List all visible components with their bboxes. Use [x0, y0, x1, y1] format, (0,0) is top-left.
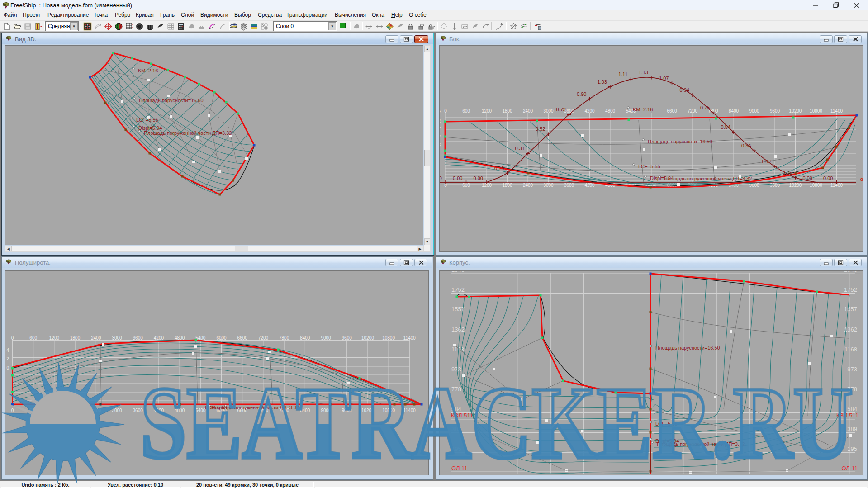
svg-text:0.31: 0.31 [515, 146, 525, 151]
svg-text:7200: 7200 [688, 109, 698, 114]
svg-text:1800: 1800 [502, 183, 512, 188]
svg-text:3000: 3000 [112, 336, 122, 341]
svg-text:1.13: 1.13 [639, 70, 648, 75]
svg-text:4200: 4200 [584, 183, 595, 188]
svg-text:Площадь погруженной части ДП=3: Площадь погруженной части ДП=3.32 [664, 176, 752, 181]
svg-text:0.00: 0.00 [803, 175, 812, 181]
svg-text:2400: 2400 [523, 109, 533, 114]
svg-text:0.17: 0.17 [762, 159, 772, 164]
svg-text:1800: 1800 [70, 336, 81, 341]
svg-text:0.05: 0.05 [783, 170, 792, 175]
svg-text:0.00: 0.00 [474, 175, 483, 181]
svg-text:1752: 1752 [844, 286, 857, 293]
svg-text:4200: 4200 [584, 109, 595, 114]
svg-text:11400: 11400 [830, 109, 843, 114]
svg-text:10200: 10200 [789, 183, 802, 188]
svg-text:3600: 3600 [133, 336, 143, 341]
svg-text:KM=2.16: KM=2.16 [138, 68, 158, 73]
svg-text:ОЛ 11: ОЛ 11 [451, 465, 468, 472]
svg-text:600: 600 [29, 336, 37, 341]
svg-text:778: 778 [847, 386, 857, 393]
svg-text:389: 389 [847, 426, 857, 432]
svg-text:10800: 10800 [382, 408, 395, 413]
svg-text:1362: 1362 [451, 326, 465, 333]
svg-text:0.90: 0.90 [577, 91, 586, 97]
svg-text:2400: 2400 [523, 183, 533, 188]
svg-text:9600: 9600 [342, 408, 352, 413]
svg-text:10200: 10200 [361, 408, 374, 413]
svg-text:8400: 8400 [300, 408, 310, 413]
svg-text:1.11: 1.11 [618, 71, 628, 77]
svg-text:ОЛ 11: ОЛ 11 [841, 465, 858, 472]
svg-text:3000: 3000 [112, 408, 122, 413]
svg-text:11400: 11400 [403, 408, 416, 413]
svg-text:0.00: 0.00 [823, 175, 833, 181]
svg-text:8400: 8400 [300, 336, 310, 341]
svg-text:0.73: 0.73 [556, 107, 566, 112]
svg-text:Площадь парусности=16.50: Площадь парусности=16.50 [139, 98, 204, 103]
svg-text:10200: 10200 [789, 109, 802, 114]
svg-text:10200: 10200 [361, 336, 374, 341]
svg-text:9000: 9000 [321, 408, 331, 413]
svg-text:2: 2 [6, 356, 9, 361]
svg-text:6600: 6600 [667, 109, 677, 114]
svg-text:1752: 1752 [451, 286, 465, 293]
svg-text:2400: 2400 [91, 408, 101, 413]
svg-text:1.07: 1.07 [659, 76, 669, 81]
svg-text:1168: 1168 [844, 346, 857, 353]
svg-text:584: 584 [847, 406, 857, 412]
svg-text:1200: 1200 [49, 408, 60, 413]
svg-text:1.03: 1.03 [598, 79, 607, 85]
svg-text:Площадь погруженной части ДП=3: Площадь погруженной части ДП=3.32 [144, 130, 232, 136]
svg-text:9000: 9000 [321, 336, 331, 341]
svg-text:4800: 4800 [605, 109, 616, 114]
svg-text:389: 389 [451, 426, 461, 432]
svg-text:3600: 3600 [564, 183, 574, 188]
svg-text:3600: 3600 [133, 408, 143, 413]
svg-text:7200: 7200 [258, 336, 269, 341]
svg-text:0.75: 0.75 [700, 105, 710, 110]
svg-text:LCF=5.55: LCF=5.55 [136, 117, 158, 123]
svg-text:3000: 3000 [543, 109, 554, 114]
svg-text:5400: 5400 [195, 408, 206, 413]
svg-text:1800: 1800 [502, 109, 512, 114]
svg-text:0.34: 0.34 [741, 143, 751, 148]
svg-text:9000: 9000 [749, 109, 759, 114]
svg-text:8400: 8400 [729, 109, 739, 114]
svg-text:10800: 10800 [810, 109, 822, 114]
svg-text:Площадь парусности=16.50: Площадь парусности=16.50 [648, 139, 712, 144]
svg-text:0: 0 [444, 109, 447, 114]
svg-text:10800: 10800 [382, 336, 395, 341]
svg-text:9600: 9600 [342, 336, 352, 341]
svg-text:195: 195 [847, 445, 857, 452]
svg-text:4200: 4200 [154, 408, 164, 413]
svg-text:КВЛ 511: КВЛ 511 [836, 412, 859, 419]
svg-text:600: 600 [29, 408, 37, 413]
svg-text:Площадь погруженной части ДП=3: Площадь погруженной части ДП=3.32 [657, 441, 745, 447]
svg-text:3000: 3000 [543, 183, 554, 188]
svg-text:1200: 1200 [49, 336, 60, 341]
svg-text:600: 600 [462, 109, 470, 114]
svg-text:KM=2.16: KM=2.16 [633, 107, 653, 112]
svg-text:1200: 1200 [482, 109, 492, 114]
svg-text:0: 0 [11, 408, 14, 413]
svg-text:778: 778 [451, 386, 461, 393]
svg-text:2400: 2400 [91, 336, 101, 341]
svg-text:0.52: 0.52 [536, 126, 545, 132]
svg-text:4800: 4800 [175, 336, 185, 341]
svg-text:LCF=5.55: LCF=5.55 [655, 421, 678, 426]
svg-text:КВЛ 511: КВЛ 511 [451, 412, 473, 419]
svg-text:1800: 1800 [70, 408, 81, 413]
svg-text:0.10: 0.10 [494, 166, 504, 171]
svg-text:4: 4 [6, 348, 9, 353]
svg-text:0: 0 [11, 336, 14, 341]
svg-text:LCF=5.55: LCF=5.55 [205, 405, 227, 410]
svg-text:7800: 7800 [279, 336, 289, 341]
svg-text:584: 584 [451, 406, 461, 412]
svg-text:LCF=5.55: LCF=5.55 [638, 164, 660, 169]
svg-text:1557: 1557 [844, 306, 857, 313]
svg-text:Площадь парусности=16.50: Площадь парусности=16.50 [655, 345, 720, 351]
svg-text:11400: 11400 [403, 336, 416, 341]
svg-text:9600: 9600 [770, 109, 780, 114]
svg-text:973: 973 [847, 366, 857, 373]
